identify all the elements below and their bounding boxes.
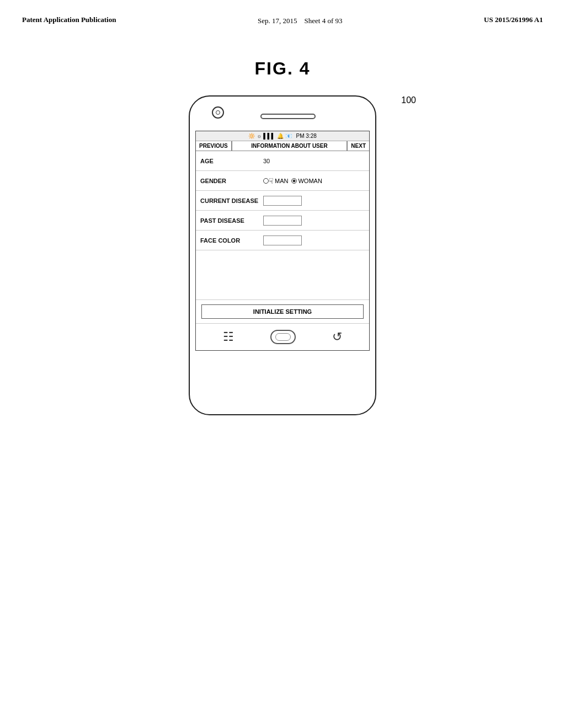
next-button[interactable]: NEXT	[347, 141, 369, 151]
status-time: PM 3:28	[296, 133, 317, 139]
face-color-label: FACE COLOR	[200, 237, 261, 244]
camera-lens	[216, 110, 220, 115]
camera-icon	[212, 106, 224, 119]
current-disease-row: CURRENT DISEASE	[196, 191, 369, 211]
init-btn-row: INITIALIZE SETTING	[196, 300, 369, 324]
age-label: AGE	[200, 158, 261, 164]
previous-button[interactable]: PREVIOUS	[196, 141, 232, 151]
header-center: Sep. 17, 2015 Sheet 4 of 93	[258, 17, 342, 25]
gender-man-option[interactable]: ☟ MAN	[263, 176, 288, 185]
bottom-nav: ☷ ↺	[196, 324, 369, 350]
empty-area	[196, 250, 369, 300]
gender-label: GENDER	[200, 178, 261, 184]
nav-bar: PREVIOUS INFORMATION ABOUT USER NEXT	[196, 141, 369, 151]
page-header: Patent Application Publication Sep. 17, …	[0, 0, 565, 25]
gender-woman-option[interactable]: WOMAN	[291, 178, 322, 184]
phone-bottom-bezel	[190, 351, 375, 366]
radio-man[interactable]	[263, 178, 269, 184]
current-disease-input[interactable]	[263, 196, 302, 206]
header-sheet: Sheet 4 of 93	[305, 17, 343, 25]
age-row: AGE 30	[196, 151, 369, 171]
header-date: Sep. 17, 2015	[258, 17, 297, 25]
hand-icon: ☟	[269, 176, 274, 185]
phone-label: 100	[401, 95, 416, 105]
gender-options: ☟ MAN WOMAN	[263, 176, 322, 185]
status-icons: 🔆 ☼ ▌▌▌ 🔔 📧	[248, 133, 291, 139]
man-label: MAN	[275, 178, 288, 184]
radio-woman[interactable]	[291, 178, 297, 184]
phone-device: 🔆 ☼ ▌▌▌ 🔔 📧 PM 3:28 PREVIOUS INFORMATION…	[189, 95, 376, 415]
status-bar: 🔆 ☼ ▌▌▌ 🔔 📧 PM 3:28	[196, 131, 369, 141]
gender-row: GENDER ☟ MAN WOMAN	[196, 171, 369, 191]
phone-wrapper: 100 🔆 ☼ ▌▌▌ 🔔 📧 PM 3:28	[0, 95, 565, 415]
past-disease-row: PAST DISEASE	[196, 211, 369, 231]
current-disease-label: CURRENT DISEASE	[200, 197, 261, 204]
face-color-row: FACE COLOR	[196, 231, 369, 250]
icon-alarm: 🔔	[277, 133, 284, 139]
icon-brightness: 🔆	[248, 133, 255, 139]
speaker-bar	[260, 114, 316, 119]
home-btn-inner	[275, 333, 291, 341]
woman-label: WOMAN	[298, 178, 322, 184]
icon-wifi: ▌▌▌	[263, 133, 275, 139]
phone-top-bezel	[190, 97, 375, 131]
nav-title: INFORMATION ABOUT USER	[232, 141, 348, 151]
header-right: US 2015/261996 A1	[484, 15, 543, 24]
home-button[interactable]	[270, 330, 296, 344]
header-left: Patent Application Publication	[22, 15, 116, 24]
past-disease-input[interactable]	[263, 216, 302, 226]
icon-email: 📧	[285, 133, 292, 139]
face-color-input[interactable]	[263, 235, 302, 245]
phone-screen: 🔆 ☼ ▌▌▌ 🔔 📧 PM 3:28 PREVIOUS INFORMATION…	[195, 131, 370, 351]
age-value: 30	[263, 158, 270, 164]
past-disease-label: PAST DISEASE	[200, 217, 261, 224]
back-icon[interactable]: ↺	[332, 330, 342, 344]
icon-signal: ☼	[257, 133, 262, 139]
figure-title: FIG. 4	[0, 58, 565, 79]
initialize-setting-button[interactable]: INITIALIZE SETTING	[201, 304, 364, 319]
menu-icon[interactable]: ☷	[223, 330, 234, 344]
